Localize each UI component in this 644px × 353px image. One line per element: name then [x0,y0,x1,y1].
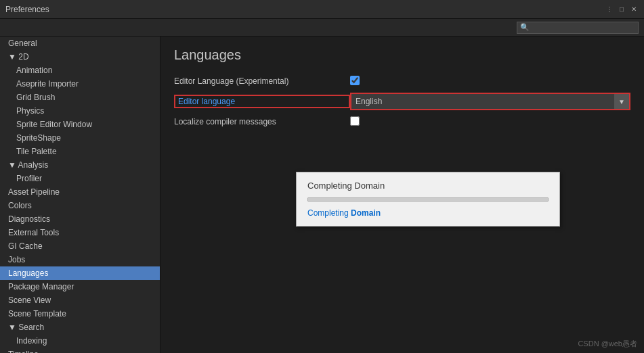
more-icon[interactable]: ⋮ [605,5,614,14]
sidebar-item-asset-pipeline[interactable]: Asset Pipeline [0,185,160,199]
sidebar-item-gi-cache[interactable]: GI Cache [0,239,160,253]
content-area: Languages Editor Language (Experimental)… [160,37,644,353]
settings-row-editor-language: Editor languageEnglishChineseJapaneseKor… [174,93,630,110]
sidebar-item-colors[interactable]: Colors [0,199,160,212]
sidebar-item-timeline[interactable]: Timeline [0,348,160,353]
sidebar-item-jobs[interactable]: Jobs [0,253,160,266]
close-icon[interactable]: ✕ [629,5,639,14]
sidebar: General▼ 2DAnimationAseprite ImporterGri… [0,37,160,353]
settings-label-localize-compiler-messages: Localize compiler messages [174,117,350,126]
sidebar-item-package-manager[interactable]: Package Manager [0,280,160,293]
settings-control-localize-compiler-messages [350,116,630,128]
popup-title: Completing Domain [307,181,549,191]
dropdown-editor-language[interactable]: EnglishChineseJapaneseKorean [351,94,614,109]
settings-label-editor-language: Editor language [178,97,235,106]
title-bar-controls: ⋮ □ ✕ [605,5,639,14]
sidebar-item-spriteshape[interactable]: SpriteShape [0,131,160,145]
sidebar-item-scene-view[interactable]: Scene View [0,293,160,307]
dropdown-arrow-editor-language[interactable]: ▼ [614,94,629,109]
content-title: Languages [174,47,630,63]
sidebar-item-scene-template[interactable]: Scene Template [0,307,160,321]
popup-link: Completing Domain [307,208,549,218]
popup-domain: Domain [351,208,381,218]
sidebar-item-animation[interactable]: Animation [0,64,160,77]
settings-row-editor-language-experimental: Editor Language (Experimental) [174,74,630,89]
sidebar-item-external-tools[interactable]: External Tools [0,226,160,239]
autocomplete-popup: Completing Domain Completing Domain [296,172,560,227]
sidebar-item-diagnostics[interactable]: Diagnostics [0,212,160,226]
main-layout: General▼ 2DAnimationAseprite ImporterGri… [0,37,644,353]
checkbox-localize-compiler-messages[interactable] [350,116,360,126]
sidebar-item-search[interactable]: ▼ Search [0,321,160,334]
search-input[interactable] [532,24,635,32]
sidebar-item-general[interactable]: General [0,37,160,50]
sidebar-item-profiler[interactable]: Profiler [0,172,160,185]
sidebar-item-indexing[interactable]: Indexing [0,334,160,348]
search-icon: 🔍 [520,23,530,32]
label-wrap-editor-language: Editor language [174,95,350,108]
maximize-icon[interactable]: □ [617,5,626,14]
watermark: CSDN @web愚者 [578,339,637,349]
sidebar-item-analysis[interactable]: ▼ Analysis [0,158,160,172]
settings-control-editor-language-experimental [350,76,630,87]
sidebar-item-tile-palette[interactable]: Tile Palette [0,145,160,158]
title-bar: Preferences ⋮ □ ✕ [0,0,644,19]
sidebar-item-2d[interactable]: ▼ 2D [0,50,160,64]
search-bar: 🔍 [0,19,644,37]
search-wrap: 🔍 [517,22,639,34]
sidebar-item-physics[interactable]: Physics [0,104,160,118]
sidebar-item-aseprite-importer[interactable]: Aseprite Importer [0,77,160,91]
sidebar-item-grid-brush[interactable]: Grid Brush [0,91,160,104]
settings-control-editor-language: EnglishChineseJapaneseKorean▼ [350,93,630,110]
popup-progress-bar [307,197,549,202]
settings-label-editor-language-experimental: Editor Language (Experimental) [174,76,350,86]
settings-row-localize-compiler-messages: Localize compiler messages [174,114,630,129]
sidebar-item-sprite-editor-window[interactable]: Sprite Editor Window [0,118,160,131]
sidebar-item-languages[interactable]: Languages [0,266,160,280]
title-bar-text: Preferences [5,5,49,14]
checkbox-editor-language-experimental[interactable] [350,76,360,85]
dropdown-wrap-editor-language: EnglishChineseJapaneseKorean▼ [350,93,630,110]
popup-completing: Completing [307,208,349,218]
